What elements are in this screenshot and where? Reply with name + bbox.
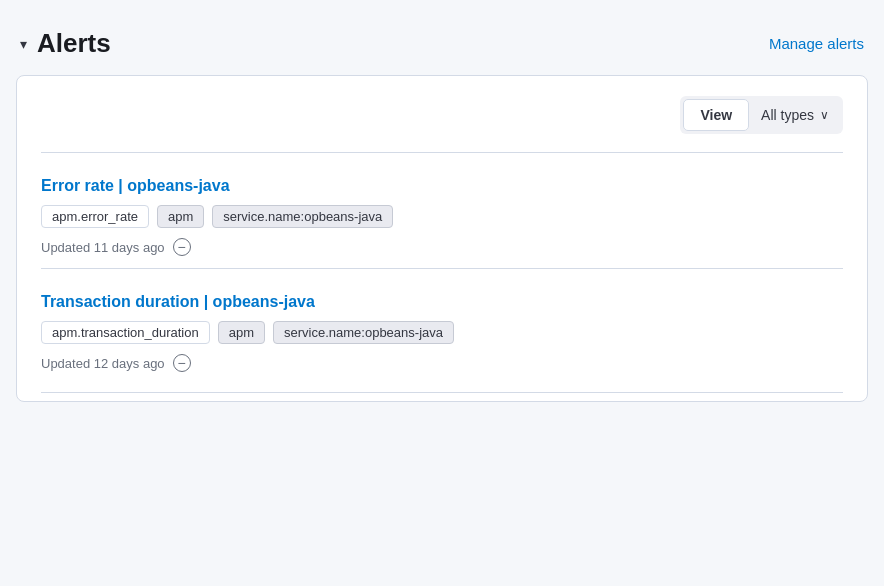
bottom-divider bbox=[41, 392, 843, 393]
updated-text: Updated 11 days ago− bbox=[41, 238, 843, 256]
alert-item: Transaction duration | opbeans-javaapm.t… bbox=[41, 285, 843, 384]
page-title: Alerts bbox=[37, 28, 111, 59]
updated-label: Updated 11 days ago bbox=[41, 240, 165, 255]
page-header: ▾ Alerts Manage alerts bbox=[16, 16, 868, 75]
alert-item: Error rate | opbeans-javaapm.error_ratea… bbox=[41, 169, 843, 268]
manage-alerts-link[interactable]: Manage alerts bbox=[769, 35, 864, 52]
toolbar: View All types ∨ bbox=[41, 96, 843, 134]
chevron-down-icon: ∨ bbox=[820, 108, 829, 122]
tag[interactable]: apm bbox=[218, 321, 265, 344]
remove-icon[interactable]: − bbox=[173, 354, 191, 372]
alerts-container: ▾ Alerts Manage alerts View All types ∨ … bbox=[16, 16, 868, 402]
alert-title[interactable]: Transaction duration | opbeans-java bbox=[41, 293, 843, 311]
collapse-icon[interactable]: ▾ bbox=[20, 36, 27, 52]
remove-icon[interactable]: − bbox=[173, 238, 191, 256]
alert-title[interactable]: Error rate | opbeans-java bbox=[41, 177, 843, 195]
updated-text: Updated 12 days ago− bbox=[41, 354, 843, 372]
all-types-dropdown[interactable]: All types ∨ bbox=[749, 100, 843, 130]
updated-label: Updated 12 days ago bbox=[41, 356, 165, 371]
alert-divider bbox=[41, 268, 843, 269]
alerts-card: View All types ∨ Error rate | opbeans-ja… bbox=[16, 75, 868, 402]
tag[interactable]: apm.error_rate bbox=[41, 205, 149, 228]
header-left: ▾ Alerts bbox=[20, 28, 111, 59]
top-divider bbox=[41, 152, 843, 153]
tag[interactable]: service.name:opbeans-java bbox=[212, 205, 393, 228]
tag[interactable]: service.name:opbeans-java bbox=[273, 321, 454, 344]
tag[interactable]: apm.transaction_duration bbox=[41, 321, 210, 344]
alert-tags: apm.error_rateapmservice.name:opbeans-ja… bbox=[41, 205, 843, 228]
alert-tags: apm.transaction_durationapmservice.name:… bbox=[41, 321, 843, 344]
view-filter: View All types ∨ bbox=[680, 96, 843, 134]
tag[interactable]: apm bbox=[157, 205, 204, 228]
alerts-list: Error rate | opbeans-javaapm.error_ratea… bbox=[41, 169, 843, 393]
view-button[interactable]: View bbox=[683, 99, 749, 131]
all-types-label: All types bbox=[761, 107, 814, 123]
